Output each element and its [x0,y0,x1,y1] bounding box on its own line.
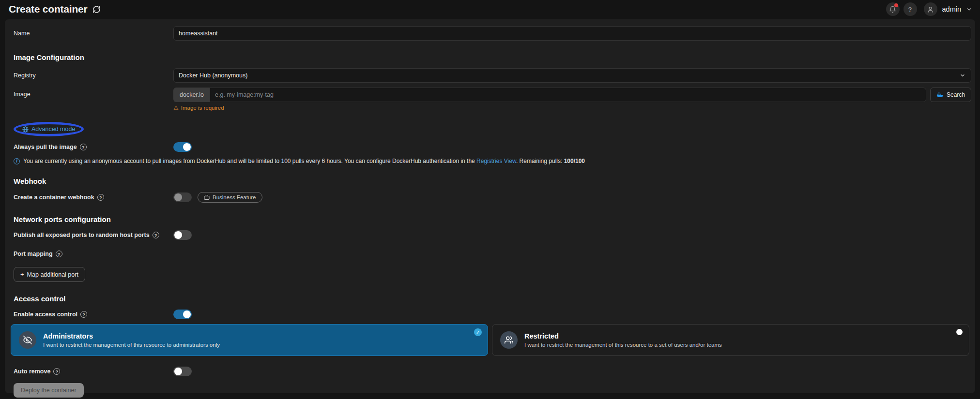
rate-limit-note: You are currently using an anonymous acc… [14,158,971,164]
deploy-container-button[interactable]: Deploy the container [14,383,84,398]
enable-access-row: Enable access control [9,310,971,319]
user-avatar [924,2,937,16]
access-option-restricted[interactable]: Restricted I want to restrict the manage… [492,324,969,356]
registries-view-link[interactable]: Registries View [476,158,516,164]
top-bar: Create container ? [0,0,980,18]
webhook-row: Create a container webhook Business Feat… [9,192,971,203]
plus-icon: + [20,271,24,278]
image-configuration-heading: Image Configuration [9,53,971,61]
page-title: Create container [9,3,88,15]
access-option-cards: Administrators I want to restrict the ma… [11,324,969,356]
image-prefix: docker.io [173,88,210,102]
always-pull-label: Always pull the image [14,144,77,150]
refresh-icon [92,5,101,14]
info-icon [14,158,20,164]
rate-note-text-after: . Remaining pulls: [516,158,564,164]
avatar [500,331,518,349]
question-icon [80,311,87,318]
administrators-description: I want to restrict the management of thi… [43,342,220,348]
eye-slash-icon [23,336,32,344]
rate-note-text: You are currently using an anonymous acc… [23,158,476,164]
chevron-down-icon [966,6,972,13]
restricted-title: Restricted [524,332,722,340]
port-mapping-label: Port mapping [14,251,53,257]
notification-dot [894,3,898,7]
briefcase-icon [204,194,210,200]
notifications-button[interactable] [886,2,900,16]
auto-remove-label: Auto remove [14,368,50,375]
refresh-button[interactable] [92,5,101,14]
question-icon [97,194,104,201]
create-container-form: Name Image Configuration Registry Docker… [5,19,975,393]
avatar [19,331,36,349]
registry-label: Registry [9,72,173,79]
port-mapping-label-row: Port mapping [9,251,971,257]
advanced-mode-label: Advanced mode [31,126,75,133]
question-icon [80,144,87,150]
name-row: Name [9,26,971,41]
auto-remove-toggle[interactable] [173,367,192,376]
user-menu[interactable]: admin [924,2,973,16]
warning-icon: ⚠ [173,104,179,111]
docker-whale-icon [936,92,944,98]
question-icon [53,368,60,375]
remaining-pulls: 100/100 [564,158,585,164]
image-error: ⚠ Image is required [173,104,971,111]
advanced-mode-icon [22,126,29,133]
image-label: Image [9,91,173,98]
image-error-text: Image is required [181,105,224,111]
help-icon: ? [908,6,912,13]
map-additional-port-button[interactable]: + Map additional port [14,267,85,282]
user-name: admin [942,5,962,13]
webhook-label: Create a container webhook [14,194,94,201]
always-pull-row: Always pull the image [9,142,971,152]
network-ports-heading: Network ports configuration [9,215,971,223]
publish-ports-label: Publish all exposed ports to random host… [14,232,150,238]
webhook-heading: Webhook [9,177,971,185]
question-icon [153,232,159,238]
image-search-button[interactable]: Search [930,88,971,102]
auto-remove-row: Auto remove [9,367,971,376]
enable-access-label: Enable access control [14,311,77,318]
user-icon [927,6,934,13]
check-icon [474,328,482,336]
registry-row: Registry Docker Hub (anonymous) [9,68,971,83]
publish-ports-row: Publish all exposed ports to random host… [9,230,971,240]
radio-indicator[interactable] [956,329,963,335]
name-label: Name [9,30,173,37]
administrators-title: Administrators [43,332,220,340]
users-icon [505,336,513,344]
always-pull-toggle[interactable] [173,142,192,152]
map-additional-port-label: Map additional port [27,271,78,278]
access-control-heading: Access control [9,295,971,303]
search-button-label: Search [947,91,965,98]
help-button[interactable]: ? [903,2,917,16]
enable-access-toggle[interactable] [173,310,192,319]
registry-select[interactable]: Docker Hub (anonymous) [173,68,971,83]
business-feature-label: Business Feature [213,194,256,200]
publish-ports-toggle[interactable] [173,230,192,240]
webhook-toggle [173,192,192,202]
registry-selected-value: Docker Hub (anonymous) [179,72,247,79]
advanced-mode-link[interactable]: Advanced mode [22,126,75,133]
image-input[interactable] [210,88,926,102]
question-icon [56,251,62,257]
name-input[interactable] [173,26,971,41]
advanced-mode-wrap: Advanced mode [14,122,84,136]
restricted-description: I want to restrict the management of thi… [524,342,722,348]
access-option-administrators[interactable]: Administrators I want to restrict the ma… [11,324,488,356]
business-feature-badge: Business Feature [198,192,262,203]
image-row: Image docker.io Search [9,88,971,111]
